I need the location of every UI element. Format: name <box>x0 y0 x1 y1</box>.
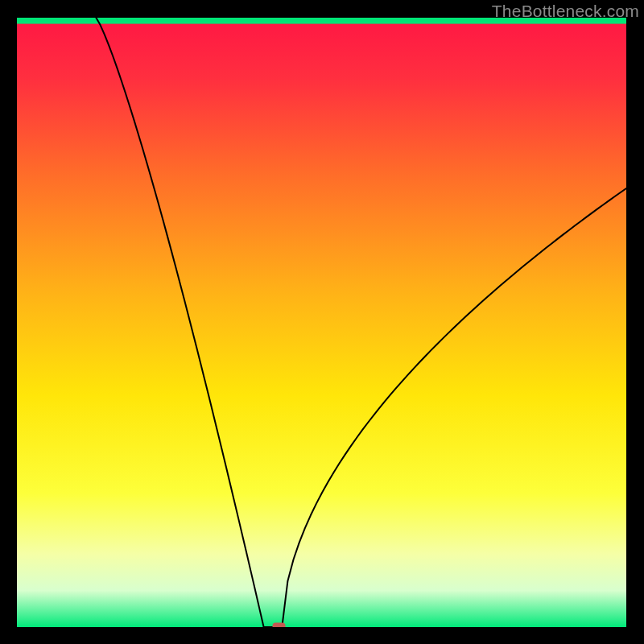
bottleneck-chart <box>17 18 626 627</box>
gradient-background <box>17 18 626 627</box>
watermark-label: TheBottleneck.com <box>492 2 639 21</box>
optimum-marker <box>273 623 286 628</box>
chart-frame <box>17 18 626 627</box>
